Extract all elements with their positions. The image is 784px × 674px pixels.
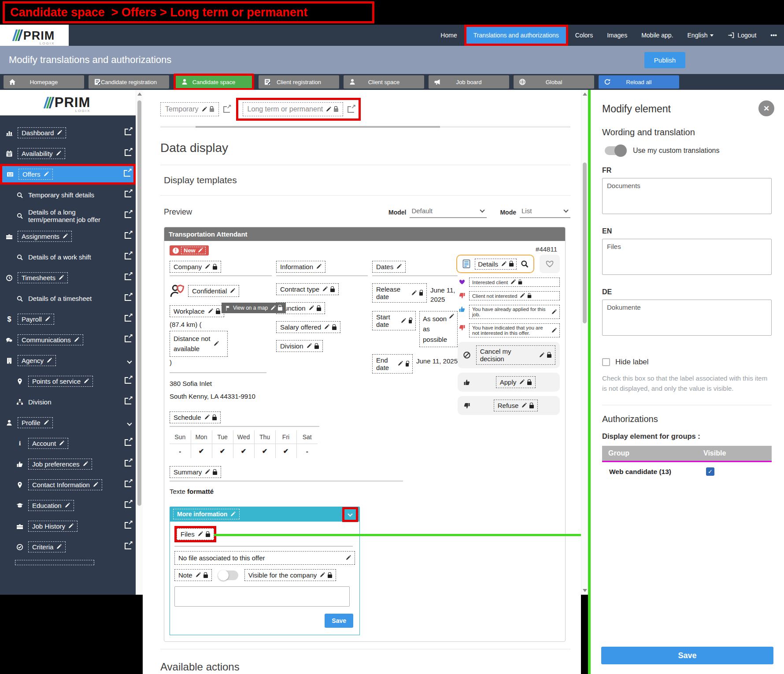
tab-long-term[interactable]: Long term or permanent (243, 102, 344, 116)
refuse-button[interactable]: Refuse (458, 396, 560, 415)
details-button[interactable]: Details (456, 255, 534, 273)
start-date-value[interactable]: As soon as possible (419, 311, 458, 347)
sidebar-item-assignments[interactable]: Assignments (0, 226, 136, 247)
sidebar-item-job-preferences[interactable]: Job preferences (0, 454, 136, 474)
field-company[interactable]: Company (170, 261, 221, 273)
sidebar-item-account[interactable]: iAccount (0, 433, 136, 454)
model-select[interactable]: Default (410, 206, 487, 218)
sidebar-item-box[interactable]: Assignments (18, 231, 72, 242)
nav-item-logout[interactable]: Logout (721, 25, 763, 46)
sidebar-scroll-thumb[interactable] (137, 100, 141, 506)
nav-item-[interactable]: ••• (763, 25, 784, 46)
external-link-icon[interactable] (125, 377, 131, 385)
external-link-icon[interactable] (125, 315, 131, 323)
more-information-bar[interactable]: More information (170, 507, 360, 522)
field-files[interactable]: Files (177, 528, 214, 540)
sidebar-item-payroll[interactable]: $Payroll (0, 309, 136, 330)
new-badge[interactable]: ! New (170, 245, 209, 256)
app-logo[interactable]: PRIM LOGIX (0, 25, 69, 46)
sidebar-item-box[interactable]: Profile (18, 417, 53, 428)
action-interested-client[interactable]: Interested client (458, 278, 560, 287)
content-scroll-thumb[interactable] (583, 163, 587, 323)
sidebar-item-communications[interactable]: Communications (0, 330, 136, 350)
external-link-icon[interactable] (125, 274, 131, 282)
nav-item-translations-and-authorizations[interactable]: Translations and authorizations (464, 25, 568, 46)
panel-save-button[interactable]: Save (601, 647, 773, 664)
external-link-icon[interactable] (125, 501, 131, 510)
sidebar-item-details-of-a-long-term-permanent-job-offer[interactable]: Details of a long term/permanent job off… (0, 205, 136, 226)
external-link-icon[interactable] (125, 481, 131, 489)
field-cancel-decision[interactable]: Cancel my decision (476, 345, 555, 365)
external-link-icon[interactable] (125, 294, 131, 303)
field-information[interactable]: Information (276, 261, 325, 273)
view-on-map-button[interactable]: View on a map (222, 303, 286, 313)
sidebar-item-temporary-shift-details[interactable]: Temporary shift details (0, 185, 136, 205)
close-icon[interactable]: ✕ (758, 100, 774, 116)
tab-candidate-space[interactable]: Candidate space (174, 74, 254, 90)
publish-button[interactable]: Publish (644, 52, 685, 68)
field-apply[interactable]: Apply (496, 376, 536, 388)
de-input[interactable]: Dokumente (602, 300, 772, 336)
external-link-icon[interactable] (125, 439, 131, 448)
sidebar-item-box[interactable]: Dashboard (18, 127, 66, 138)
tab-candidate-registration[interactable]: Candidate registration (89, 75, 169, 89)
sidebar-item-box[interactable]: Offers (18, 169, 53, 180)
sidebar-item-box[interactable]: Availability (18, 148, 65, 159)
sidebar-item-box[interactable]: Job preferences (28, 459, 92, 470)
apply-button[interactable]: Apply (458, 373, 560, 392)
sidebar-item-offers[interactable]: Offers (0, 164, 136, 185)
external-link-icon[interactable] (348, 106, 354, 113)
field-summary[interactable]: Summary (170, 466, 221, 478)
sidebar-item-box[interactable]: Account (28, 438, 68, 449)
nav-item-home[interactable]: Home (433, 25, 464, 46)
tab-client-registration[interactable]: Client registration (259, 75, 339, 89)
field-dates[interactable]: Dates (372, 261, 406, 273)
sidebar-item-division[interactable]: Division (0, 392, 136, 412)
field-contract-type[interactable]: Contract type (276, 283, 339, 295)
field-release-date[interactable]: Release date (372, 283, 427, 303)
field-visible-for-company[interactable]: Visible for the company (244, 569, 337, 581)
external-link-icon[interactable] (125, 191, 131, 199)
field-salary-offered[interactable]: Salary offered (276, 321, 340, 333)
cancel-decision-button[interactable]: Cancel my decision (458, 342, 560, 368)
sidebar-item-box[interactable]: Points of service (28, 376, 93, 387)
custom-translations-toggle[interactable] (605, 146, 626, 155)
chevron-down-icon[interactable] (128, 419, 131, 427)
sidebar-item-agency[interactable]: Agency (0, 350, 136, 371)
sidebar-item-box[interactable]: Contact Information (28, 479, 102, 490)
external-link-icon[interactable] (125, 398, 131, 406)
scroll-up-icon[interactable] (137, 93, 142, 96)
sidebar-item-job-history[interactable]: Job History (0, 516, 136, 537)
field-confidential[interactable]: Confidential (188, 285, 239, 297)
sidebar-scrollbar[interactable] (136, 90, 143, 595)
sidebar-item-profile[interactable]: Profile (0, 412, 136, 433)
action-already-applied[interactable]: You have already applied for this job. (458, 305, 560, 319)
sidebar-item-box[interactable]: Timesheets (18, 272, 68, 283)
favorite-button[interactable] (540, 255, 560, 273)
field-schedule[interactable]: Schedule (170, 411, 221, 423)
sidebar-item-contact-information[interactable]: Contact Information (0, 474, 136, 495)
external-link-icon[interactable] (124, 170, 130, 178)
field-details[interactable]: Details (475, 259, 517, 270)
field-end-date[interactable]: End date (372, 354, 413, 374)
sidebar-item-education[interactable]: Education (0, 495, 136, 516)
content-scrollbar[interactable] (581, 90, 588, 595)
note-toggle[interactable] (218, 570, 238, 580)
sidebar-item-dashboard[interactable]: Dashboard (0, 122, 136, 143)
sidebar-item-criteria[interactable]: Criteria (0, 537, 136, 557)
field-distance-note[interactable]: Distance not available (170, 331, 228, 357)
tab-job-board[interactable]: Job board (429, 75, 509, 89)
nav-item-colors[interactable]: Colors (568, 25, 600, 46)
sidebar-item-availability[interactable]: Availability (0, 143, 136, 164)
nav-item-mobile-app[interactable]: Mobile app. (634, 25, 680, 46)
visible-checkbox[interactable]: ✓ (706, 467, 714, 476)
note-save-button[interactable]: Save (325, 614, 353, 628)
scroll-down-icon[interactable] (583, 589, 587, 592)
chevron-down-icon[interactable] (128, 357, 131, 365)
mode-select[interactable]: List (520, 206, 570, 218)
sidebar-item-box[interactable]: Job History (28, 521, 78, 532)
action-client-not-interested[interactable]: Client not interested (458, 291, 560, 300)
external-link-icon[interactable] (125, 460, 131, 468)
tab-global[interactable]: Global (514, 75, 594, 89)
sidebar-item-box[interactable]: Communications (18, 334, 83, 345)
